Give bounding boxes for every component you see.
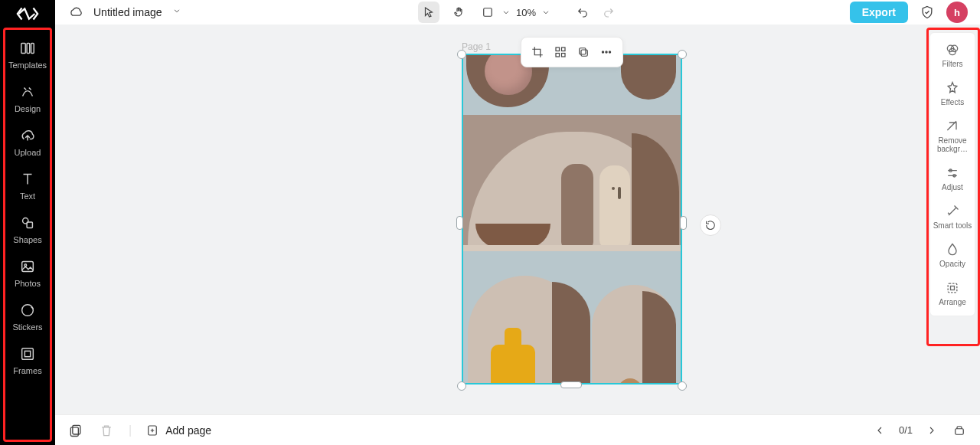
right-label: Adjust xyxy=(942,183,963,191)
resize-handle-bottom-right[interactable] xyxy=(678,381,687,391)
add-page-button[interactable]: Add page xyxy=(145,424,211,437)
add-page-label: Add page xyxy=(165,424,211,437)
sidebar-item-templates[interactable]: Templates xyxy=(8,40,47,70)
svg-point-7 xyxy=(22,305,34,316)
sidebar-label: Text xyxy=(20,191,35,201)
resize-handle-bottom[interactable] xyxy=(560,381,582,388)
user-avatar[interactable]: h xyxy=(946,2,968,23)
svg-rect-28 xyxy=(70,427,78,436)
chevron-down-icon[interactable] xyxy=(501,7,511,18)
svg-rect-13 xyxy=(556,54,560,57)
hand-tool[interactable] xyxy=(449,2,470,23)
sidebar-item-shapes[interactable]: Shapes xyxy=(13,214,41,244)
sidebar-item-upload[interactable]: Upload xyxy=(15,127,41,157)
right-item-smart-tools[interactable]: Smart tools xyxy=(933,201,972,233)
left-sidebar: Templates Design Upload Text Shapes Phot… xyxy=(0,0,55,445)
sidebar-label: Frames xyxy=(13,366,41,375)
selection-toolbar xyxy=(521,37,623,67)
right-label: Arrange xyxy=(939,298,966,306)
right-label: Remove backgr… xyxy=(930,136,975,153)
flip-button[interactable] xyxy=(550,42,570,62)
next-page-button[interactable] xyxy=(923,422,940,439)
svg-rect-25 xyxy=(948,283,957,293)
image-content xyxy=(463,55,681,383)
right-item-adjust[interactable]: Adjust xyxy=(942,162,963,195)
zoom-chevron-down-icon[interactable] xyxy=(541,7,551,18)
layers-button[interactable] xyxy=(951,422,968,439)
sidebar-item-stickers[interactable]: Stickers xyxy=(12,302,42,332)
right-item-effects[interactable]: Effects xyxy=(941,77,964,110)
right-item-filters[interactable]: Filters xyxy=(942,39,962,71)
app-logo[interactable] xyxy=(0,0,55,28)
sidebar-label: Upload xyxy=(15,148,41,157)
sidebar-label: Templates xyxy=(8,61,47,70)
right-label: Smart tools xyxy=(933,221,972,230)
svg-point-19 xyxy=(609,51,610,53)
right-item-opacity[interactable]: Opacity xyxy=(939,239,965,271)
svg-rect-26 xyxy=(950,286,954,290)
svg-rect-16 xyxy=(580,48,586,54)
sidebar-item-frames[interactable]: Frames xyxy=(13,345,41,375)
resize-handle-top-left[interactable] xyxy=(457,50,466,59)
svg-rect-1 xyxy=(27,44,30,54)
svg-rect-27 xyxy=(73,425,80,434)
sidebar-label: Photos xyxy=(15,279,41,288)
bottom-bar: | Add page 0/1 xyxy=(55,414,980,445)
svg-rect-15 xyxy=(581,50,587,56)
svg-point-18 xyxy=(606,51,607,53)
sidebar-item-design[interactable]: Design xyxy=(15,83,41,113)
right-item-remove-bg[interactable]: Remove backgr… xyxy=(930,116,975,156)
undo-button[interactable] xyxy=(574,4,591,21)
svg-rect-12 xyxy=(562,47,566,51)
page-label: Page 1 xyxy=(462,41,491,52)
page-counter: 0/1 xyxy=(899,424,913,436)
sidebar-item-text[interactable]: Text xyxy=(19,171,36,201)
select-tool[interactable] xyxy=(418,2,439,23)
right-sidebar: Filters Effects Remove backgr… Adjust Sm… xyxy=(929,32,975,316)
rotate-button[interactable] xyxy=(700,214,721,236)
cloud-status-icon[interactable] xyxy=(67,4,84,21)
svg-rect-0 xyxy=(21,44,26,54)
delete-page-button[interactable] xyxy=(98,422,115,439)
right-label: Opacity xyxy=(939,260,965,268)
canvas-size-dropdown[interactable] xyxy=(479,4,496,21)
export-button[interactable]: Export xyxy=(850,2,908,23)
resize-handle-left[interactable] xyxy=(456,216,463,230)
prev-page-button[interactable] xyxy=(871,422,888,439)
title-dropdown-chevron-icon[interactable] xyxy=(172,5,182,19)
more-options-button[interactable] xyxy=(596,42,616,62)
resize-handle-bottom-left[interactable] xyxy=(457,381,466,391)
resize-handle-top-right[interactable] xyxy=(678,50,687,59)
sidebar-label: Stickers xyxy=(12,322,42,332)
right-item-arrange[interactable]: Arrange xyxy=(939,277,966,309)
selected-image[interactable] xyxy=(462,54,682,384)
duplicate-button[interactable] xyxy=(573,42,593,62)
canvas-area[interactable]: Page 1 xyxy=(55,25,980,414)
svg-rect-9 xyxy=(24,351,30,356)
svg-rect-8 xyxy=(22,348,34,360)
right-label: Filters xyxy=(942,60,962,68)
zoom-value[interactable]: 10% xyxy=(516,7,536,18)
svg-rect-5 xyxy=(22,262,34,272)
svg-rect-2 xyxy=(31,44,34,54)
pages-panel-button[interactable] xyxy=(67,422,84,439)
svg-rect-11 xyxy=(556,47,560,51)
sidebar-label: Shapes xyxy=(13,235,41,244)
top-bar: Untitled image 10% Exp xyxy=(55,0,980,25)
resize-handle-right[interactable] xyxy=(680,216,687,230)
svg-rect-14 xyxy=(562,54,566,57)
sidebar-label: Design xyxy=(15,104,41,113)
svg-point-17 xyxy=(602,51,603,53)
svg-rect-30 xyxy=(956,428,964,434)
right-label: Effects xyxy=(941,98,964,106)
shield-icon[interactable] xyxy=(919,4,936,21)
svg-rect-10 xyxy=(484,8,492,17)
document-title[interactable]: Untitled image xyxy=(93,6,162,18)
sidebar-item-photos[interactable]: Photos xyxy=(15,258,41,288)
redo-button[interactable] xyxy=(600,4,617,21)
crop-button[interactable] xyxy=(528,42,547,62)
